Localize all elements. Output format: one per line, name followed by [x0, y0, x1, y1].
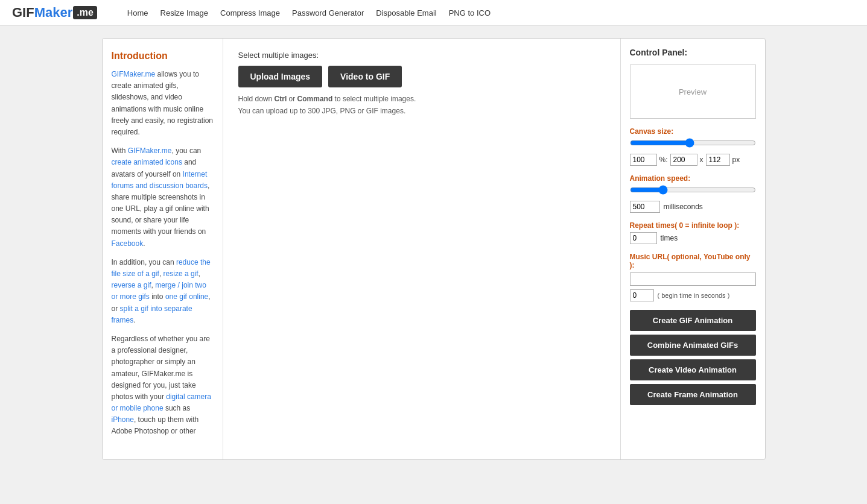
preview-box: Preview	[630, 65, 756, 119]
sidebar-para-1: GIFMaker.me allows you to create animate…	[112, 69, 214, 138]
sidebar-para-2: With GIFMaker.me, you can create animate…	[112, 145, 214, 250]
music-begin-time-input[interactable]	[630, 289, 654, 301]
sidebar-title: Introduction	[112, 51, 214, 61]
canvas-slider-container	[630, 139, 756, 149]
music-url-label: Music URL( optional, YouTube only ):	[630, 253, 756, 269]
logo-maker: Maker	[34, 5, 73, 20]
facebook-link[interactable]: Facebook	[112, 239, 144, 248]
logo-gif: GIF	[12, 5, 34, 20]
logo-me: .me	[73, 6, 97, 19]
internet-forums-link[interactable]: Internet forums and discussion boards	[112, 170, 208, 190]
preview-text: Preview	[679, 87, 707, 96]
speed-row: milliseconds	[630, 201, 756, 213]
header: GIFMaker.me Home Resize Image Compress I…	[0, 0, 867, 26]
one-gif-link[interactable]: one gif online	[165, 292, 208, 301]
music-time-row: ( begin time in seconds )	[630, 289, 756, 301]
canvas-x-label: x	[700, 156, 703, 164]
music-url-input[interactable]	[630, 272, 756, 286]
repeat-row: times	[630, 232, 756, 244]
gifmaker-link-1[interactable]: GIFMaker.me	[112, 70, 156, 78]
hint-ctrl: Hold down Ctrl or Command to select mult…	[238, 95, 605, 103]
split-gif-link[interactable]: split a gif into separate frames	[112, 304, 192, 324]
video-to-gif-button[interactable]: Video to GIF	[328, 66, 402, 87]
combine-gif-button[interactable]: Combine Animated GIFs	[630, 335, 756, 356]
animation-speed-input[interactable]	[630, 201, 660, 213]
resize-gif-link[interactable]: resize a gif	[164, 269, 198, 278]
music-begin-text: ( begin time in seconds )	[658, 292, 730, 299]
nav-password-generator[interactable]: Password Generator	[292, 8, 364, 17]
animated-icons-link[interactable]: create animated icons	[112, 158, 182, 166]
repeat-label: Repeat times( 0 = infinite loop ):	[630, 221, 756, 230]
animation-speed-slider[interactable]	[630, 186, 756, 194]
content: Select multiple images: Upload Images Vi…	[223, 39, 620, 459]
nav-compress-image[interactable]: Compress Image	[220, 8, 280, 17]
nav-png-to-ico[interactable]: PNG to ICO	[449, 8, 491, 17]
create-frame-button[interactable]: Create Frame Animation	[630, 384, 756, 405]
nav-resize-image[interactable]: Resize Image	[160, 8, 208, 17]
gifmaker-link-2[interactable]: GIFMaker.me	[128, 146, 172, 155]
canvas-size-row: %: x px	[630, 154, 756, 166]
animation-speed-label: Animation speed:	[630, 174, 756, 183]
canvas-pct-input[interactable]	[630, 154, 657, 166]
sidebar: Introduction GIFMaker.me allows you to c…	[103, 39, 223, 459]
nav-home[interactable]: Home	[127, 8, 148, 17]
hint-upload-limit: You can upload up to 300 JPG, PNG or GIF…	[238, 107, 605, 115]
nav: Home Resize Image Compress Image Passwor…	[127, 8, 491, 17]
upload-buttons: Upload Images Video to GIF	[238, 66, 605, 87]
logo[interactable]: GIFMaker.me	[12, 5, 97, 20]
select-label: Select multiple images:	[238, 51, 605, 60]
canvas-px-label: px	[732, 156, 740, 164]
canvas-size-label: Canvas size:	[630, 127, 756, 136]
iphone-link[interactable]: iPhone	[112, 415, 134, 424]
canvas-width-input[interactable]	[670, 154, 697, 166]
canvas-pct-symbol: %:	[659, 156, 668, 164]
canvas-size-slider[interactable]	[630, 139, 756, 147]
create-video-button[interactable]: Create Video Animation	[630, 359, 756, 380]
animation-speed-unit: milliseconds	[664, 203, 703, 211]
speed-slider-container	[630, 186, 756, 196]
main-container: Introduction GIFMaker.me allows you to c…	[102, 38, 766, 460]
canvas-height-input[interactable]	[706, 154, 730, 166]
sidebar-para-4: Regardless of whether you are a professi…	[112, 333, 214, 438]
create-gif-button[interactable]: Create GIF Animation	[630, 310, 756, 331]
reverse-gif-link[interactable]: reverse a gif	[112, 281, 151, 289]
control-panel-title: Control Panel:	[630, 48, 756, 57]
upload-images-button[interactable]: Upload Images	[238, 66, 323, 87]
repeat-unit: times	[661, 234, 678, 242]
nav-disposable-email[interactable]: Disposable Email	[376, 8, 436, 17]
repeat-input[interactable]	[630, 232, 657, 244]
control-panel: Control Panel: Preview Canvas size: %: x…	[620, 39, 765, 459]
mobile-phone-link[interactable]: mobile phone	[120, 404, 164, 412]
sidebar-para-3: In addition, you can reduce the file siz…	[112, 257, 214, 326]
